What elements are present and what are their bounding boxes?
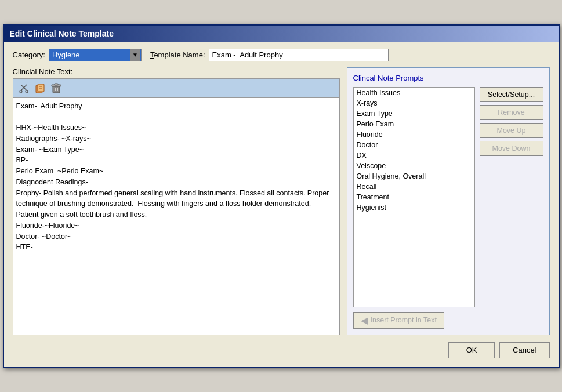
list-item[interactable]: Fluoride xyxy=(354,129,474,140)
list-item[interactable]: Doctor xyxy=(354,140,474,150)
template-name-group: Template Name: xyxy=(150,49,389,61)
ok-button[interactable]: OK xyxy=(448,342,495,358)
title-bar: Edit Clinical Note Template xyxy=(4,26,559,42)
dialog-title: Edit Clinical Note Template xyxy=(10,29,114,38)
svg-rect-10 xyxy=(55,84,58,85)
insert-prompt-label: Insert Prompt in Text xyxy=(371,316,437,324)
note-textarea[interactable] xyxy=(13,97,340,335)
toolbar xyxy=(13,78,340,97)
clinical-note-label: Clincial Note Text: xyxy=(13,67,340,76)
bottom-row: OK Cancel xyxy=(13,342,550,358)
list-item[interactable]: Treatment xyxy=(354,192,474,202)
cut-button[interactable] xyxy=(17,81,31,95)
list-item[interactable]: X-rays xyxy=(354,98,474,108)
svg-rect-8 xyxy=(53,86,60,93)
top-row: Category: Hygiene Perio General ▼ Templa… xyxy=(13,49,550,61)
list-item[interactable]: Hygienist xyxy=(354,202,474,213)
list-item[interactable]: Exam Type xyxy=(354,108,474,119)
category-label: Category: xyxy=(13,50,45,59)
category-select[interactable]: Hygiene Perio General xyxy=(49,49,142,61)
left-panel: Clincial Note Text: xyxy=(13,67,340,335)
remove-button[interactable]: Remove xyxy=(480,105,543,120)
prompts-box: Clincal Note Prompts Health IssuesX-rays… xyxy=(347,67,550,335)
prompts-inner: Health IssuesX-raysExam TypePerio ExamFl… xyxy=(353,87,543,307)
move-down-button[interactable]: Move Down xyxy=(480,141,543,156)
list-item[interactable]: Health Issues xyxy=(354,88,474,98)
template-name-label: Template Name: xyxy=(150,50,205,59)
svg-point-3 xyxy=(26,90,28,93)
cancel-button[interactable]: Cancel xyxy=(499,342,549,358)
prompts-title: Clincal Note Prompts xyxy=(353,74,543,82)
category-group: Category: Hygiene Perio General ▼ xyxy=(13,49,142,61)
list-item[interactable]: Recall xyxy=(354,182,474,192)
list-item[interactable]: Velscope xyxy=(354,161,474,171)
insert-prompt-button[interactable]: ◀ Insert Prompt in Text xyxy=(353,312,444,329)
category-select-wrapper[interactable]: Hygiene Perio General ▼ xyxy=(49,49,142,61)
edit-clinical-note-dialog: Edit Clinical Note Template Category: Hy… xyxy=(3,24,560,368)
copy-button[interactable] xyxy=(33,81,47,95)
insert-row: ◀ Insert Prompt in Text xyxy=(353,312,543,329)
delete-button[interactable] xyxy=(49,81,63,95)
right-panel: Clincal Note Prompts Health IssuesX-rays… xyxy=(347,67,550,335)
move-up-button[interactable]: Move Up xyxy=(480,123,543,138)
svg-point-2 xyxy=(20,90,22,93)
select-setup-button[interactable]: Select/Setup... xyxy=(480,87,543,102)
prompts-buttons: Select/Setup... Remove Move Up Move Down xyxy=(480,87,543,307)
main-area: Clincial Note Text: xyxy=(13,67,550,335)
list-item[interactable]: Oral Hygiene, Overall xyxy=(354,171,474,182)
prompts-list[interactable]: Health IssuesX-raysExam TypePerio ExamFl… xyxy=(353,87,475,307)
list-item[interactable]: DX xyxy=(354,150,474,161)
template-name-input[interactable] xyxy=(209,49,389,61)
insert-arrow-icon: ◀ xyxy=(361,315,368,326)
list-item[interactable]: Perio Exam xyxy=(354,119,474,129)
